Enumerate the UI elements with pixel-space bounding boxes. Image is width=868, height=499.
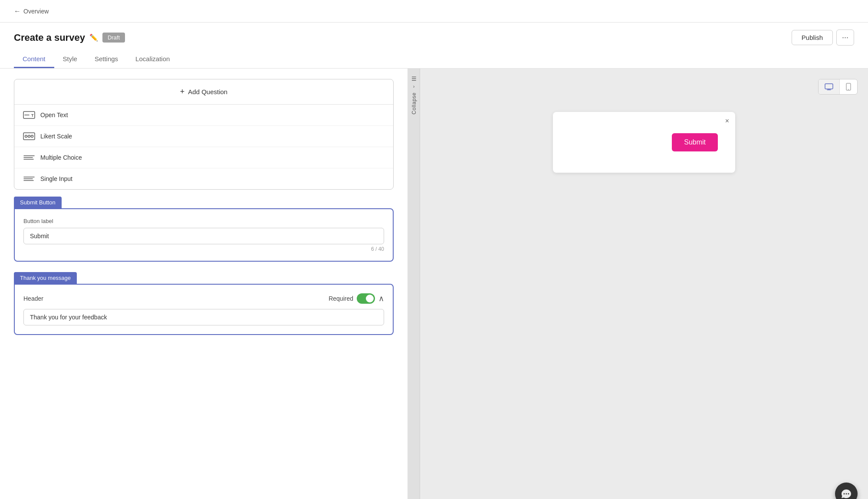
required-row: Header Required ∧ <box>23 293 384 304</box>
submit-button-section: Submit Button Button label 6 / 40 <box>14 197 394 262</box>
add-question-button[interactable]: + Add Question <box>14 79 393 104</box>
thank-you-tab[interactable]: Thank you message <box>14 272 77 284</box>
header-actions: Publish ··· <box>792 30 854 46</box>
tab-bar: Content Style Settings Localization <box>14 51 854 68</box>
collapse-section-icon[interactable]: ∧ <box>378 294 384 303</box>
chat-bubble[interactable] <box>835 483 858 499</box>
single-input-icon <box>23 174 35 183</box>
mobile-preview-button[interactable] <box>840 79 857 94</box>
likert-icon <box>23 132 35 141</box>
collapse-label: Collapse <box>411 92 417 115</box>
svg-point-17 <box>848 89 849 90</box>
tab-localization[interactable]: Localization <box>127 51 178 68</box>
svg-point-5 <box>28 135 30 138</box>
thank-you-header-input[interactable] <box>23 309 384 325</box>
question-type-open-text[interactable]: T Open Text <box>14 105 393 126</box>
title-area: Create a survey ✏️ Draft <box>14 32 125 43</box>
likert-label: Likert Scale <box>40 133 72 140</box>
button-label-field-label: Button label <box>23 218 384 224</box>
preview-toolbar <box>818 79 858 95</box>
submit-button-content: Button label 6 / 40 <box>14 208 394 262</box>
svg-text:T: T <box>31 113 34 118</box>
page-header: Create a survey ✏️ Draft Publish ··· Con… <box>0 23 868 69</box>
collapse-arrow-icon: › <box>413 84 415 89</box>
single-input-label: Single Input <box>40 175 72 182</box>
edit-title-icon[interactable]: ✏️ <box>89 33 98 42</box>
collapse-sidebar[interactable]: ☰ › Collapse <box>408 69 420 499</box>
back-link-label: Overview <box>23 8 49 15</box>
toggle-knob <box>366 295 374 302</box>
svg-point-18 <box>844 493 845 495</box>
char-count: 6 / 40 <box>23 246 384 252</box>
multiple-choice-label: Multiple Choice <box>40 154 82 161</box>
collapse-menu-icon: ☰ <box>411 76 417 82</box>
question-type-likert[interactable]: Likert Scale <box>14 126 393 147</box>
preview-submit-button[interactable]: Submit <box>672 133 718 151</box>
svg-rect-13 <box>825 84 833 89</box>
back-link[interactable]: ← Overview <box>14 7 49 15</box>
svg-point-6 <box>31 135 33 138</box>
header-field-label: Header <box>23 295 43 302</box>
tab-settings[interactable]: Settings <box>86 51 127 68</box>
button-label-input[interactable] <box>23 228 384 244</box>
required-toggle[interactable] <box>357 293 375 304</box>
top-nav: ← Overview <box>0 0 868 23</box>
tab-content[interactable]: Content <box>14 51 54 68</box>
back-arrow-icon: ← <box>14 7 21 15</box>
publish-button[interactable]: Publish <box>792 30 833 45</box>
svg-point-20 <box>848 493 849 495</box>
open-text-icon: T <box>23 111 35 119</box>
draft-badge: Draft <box>102 33 125 43</box>
preview-close-icon[interactable]: × <box>725 117 729 125</box>
left-panel: + Add Question T Open Text <box>0 69 408 499</box>
required-toggle-row: Required ∧ <box>329 293 384 304</box>
thank-you-section: Thank you message Header Required ∧ <box>14 272 394 335</box>
add-question-card: + Add Question T Open Text <box>14 79 394 190</box>
thank-you-content: Header Required ∧ <box>14 284 394 335</box>
submit-button-tab[interactable]: Submit Button <box>14 197 62 208</box>
survey-preview-card: × Submit <box>553 112 735 173</box>
tab-style[interactable]: Style <box>54 51 86 68</box>
question-type-list: T Open Text Likert Sc <box>14 104 393 189</box>
page-title: Create a survey <box>14 32 85 43</box>
desktop-preview-button[interactable] <box>819 79 840 94</box>
multiple-choice-icon <box>23 153 35 162</box>
open-text-label: Open Text <box>40 112 68 118</box>
main-layout: + Add Question T Open Text <box>0 69 868 499</box>
plus-icon: + <box>180 87 185 96</box>
add-question-label: Add Question <box>188 88 227 95</box>
required-text-label: Required <box>329 295 353 302</box>
svg-point-19 <box>846 493 847 495</box>
question-type-single-input[interactable]: Single Input <box>14 168 393 189</box>
question-type-multiple-choice[interactable]: Multiple Choice <box>14 147 393 168</box>
right-panel: × Submit <box>420 69 868 499</box>
more-options-button[interactable]: ··· <box>836 30 854 46</box>
svg-point-4 <box>25 135 27 138</box>
